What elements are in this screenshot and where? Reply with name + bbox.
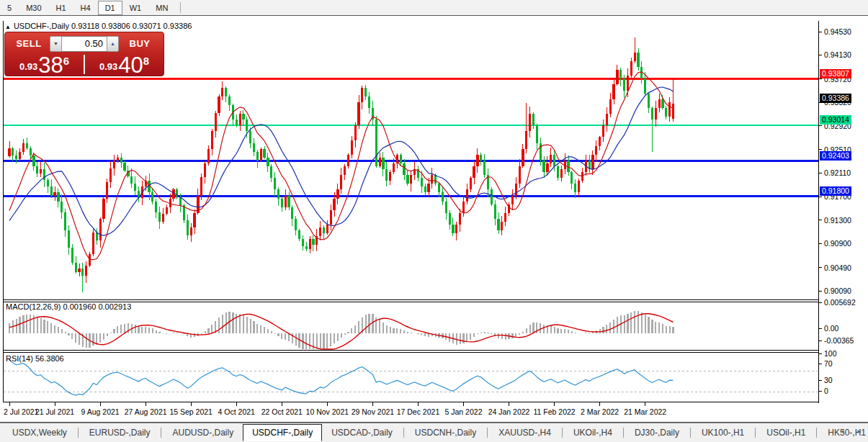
candle-body: [438, 184, 440, 192]
timeframe-button-m30[interactable]: M30: [19, 1, 48, 15]
candle-body: [504, 213, 506, 222]
tab-usoil-h1[interactable]: USOil-,H1: [757, 425, 815, 441]
buy-button[interactable]: BUY: [119, 38, 161, 49]
buy-price-prefix: 0.93: [99, 61, 117, 72]
timeframe-button-w1[interactable]: W1: [122, 1, 149, 15]
volume-input[interactable]: [62, 36, 107, 52]
tab-ukoil-h4[interactable]: UKOil-,H4: [564, 425, 622, 441]
candle-body: [263, 149, 265, 158]
candle-body: [574, 184, 576, 192]
candle-body: [99, 219, 102, 240]
candle-body: [571, 172, 573, 184]
tab-divider: [161, 428, 161, 438]
tab-divider: [690, 428, 691, 438]
date-label: 15 Sep 2021: [169, 407, 212, 416]
toolbar-separator: [180, 2, 181, 13]
candle-body: [123, 163, 125, 171]
buy-price-big: 40: [118, 56, 143, 75]
date-label: 2 Jul 2021: [4, 407, 39, 416]
expand-chart-icon[interactable]: ▲: [5, 24, 11, 30]
candle-body: [655, 108, 657, 119]
price-chart-canvas[interactable]: 2 Jul 202121 Jul 20219 Aug 202127 Aug 20…: [3, 21, 818, 423]
timeframe-button-h4[interactable]: H4: [73, 1, 98, 15]
one-click-trade-panel: SELL ▼ ▲ BUY 0.93 38 6 0.93 40 8: [4, 32, 164, 76]
candle-body: [494, 204, 496, 219]
candle-body: [644, 78, 646, 93]
candle-body: [560, 169, 563, 178]
volume-decrease-button[interactable]: ▼: [50, 36, 62, 52]
buy-price-button[interactable]: 0.93 40 8: [85, 53, 164, 76]
axis-tick: [819, 149, 822, 150]
timeframe-button-d1[interactable]: D1: [98, 1, 122, 15]
tab-divider: [403, 428, 404, 438]
candle-body: [668, 102, 671, 117]
candle-body: [267, 158, 269, 166]
candle-body: [658, 99, 661, 108]
candle-body: [36, 166, 38, 173]
tab-divider: [487, 428, 488, 438]
candle-body: [634, 53, 636, 61]
candle-body: [298, 230, 300, 239]
candle-body: [96, 233, 98, 240]
candle-body: [274, 178, 276, 189]
candle-body: [612, 84, 614, 99]
date-label: 21 Jul 2021: [35, 407, 74, 416]
sell-button[interactable]: SELL: [8, 38, 50, 49]
candle-body: [333, 199, 335, 210]
tab-usdx-weekly[interactable]: USDX,Weekly: [3, 425, 76, 441]
candle-body: [393, 163, 395, 172]
candle-body: [661, 99, 663, 108]
date-label: 29 Nov 2021: [352, 407, 395, 416]
tab-divider: [816, 428, 817, 438]
macd-signal-line: [9, 314, 674, 349]
candle-body: [364, 88, 367, 96]
axis-tick: [819, 197, 822, 197]
candle-body: [459, 213, 461, 225]
candle-body: [532, 114, 534, 125]
candle-body: [285, 196, 287, 207]
candle-body: [130, 176, 133, 184]
axis-tick: [819, 173, 822, 173]
tab-usdcad-daily[interactable]: USDCAD-,Daily: [322, 425, 402, 441]
candle-body: [169, 199, 171, 207]
candle-body: [511, 196, 514, 204]
date-label: 24 Jan 2022: [488, 407, 530, 416]
timeframe-button-5[interactable]: 5: [0, 1, 19, 15]
axis-tick: [819, 340, 822, 341]
candle-body: [466, 189, 468, 201]
chart-symbol-label: USDCHF-,Daily: [14, 22, 69, 30]
candle-body: [113, 161, 115, 168]
candle-body: [71, 248, 73, 263]
tab-audusd-daily[interactable]: AUDUSD-,Daily: [163, 425, 243, 441]
price-line-badge: 0.91800: [820, 186, 851, 196]
tabs-scroll-right-icon[interactable]: ►: [856, 428, 862, 435]
candle-body: [455, 225, 457, 233]
candle-body: [427, 184, 429, 192]
candle-body: [236, 119, 238, 125]
candle-body: [651, 108, 653, 119]
candle-body: [8, 148, 10, 156]
tab-xauusd-h4[interactable]: XAUUSD-,H4: [489, 425, 560, 441]
timeframe-button-h1[interactable]: H1: [49, 1, 73, 15]
tab-usdcnh-daily[interactable]: USDCNH-,Daily: [406, 425, 486, 441]
candle-body: [553, 155, 555, 166]
tab-uk100-h1[interactable]: UK100-,H1: [692, 425, 753, 441]
sell-price-prefix: 0.93: [19, 61, 37, 72]
candle-body: [302, 239, 304, 246]
candle-body: [540, 143, 542, 161]
sell-price-button[interactable]: 0.93 38 6: [5, 53, 84, 76]
tab-dj30-daily[interactable]: DJ30-,Daily: [625, 425, 689, 441]
tab-usdchf-daily[interactable]: USDCHF-,Daily: [243, 424, 322, 441]
candle-body: [400, 155, 402, 163]
tabs-scroll-left-icon[interactable]: ◄: [839, 428, 845, 435]
timeframe-button-mn[interactable]: MN: [148, 1, 175, 15]
axis-tick: [819, 55, 822, 55]
tab-eurusd-daily[interactable]: EURUSD-,Daily: [80, 425, 160, 441]
candle-body: [68, 230, 70, 248]
candle-body: [151, 192, 153, 201]
candle-body: [354, 125, 357, 140]
candle-body: [47, 180, 49, 186]
volume-increase-button[interactable]: ▲: [107, 36, 119, 52]
candle-body: [536, 125, 538, 143]
axis-tick: [819, 267, 822, 268]
